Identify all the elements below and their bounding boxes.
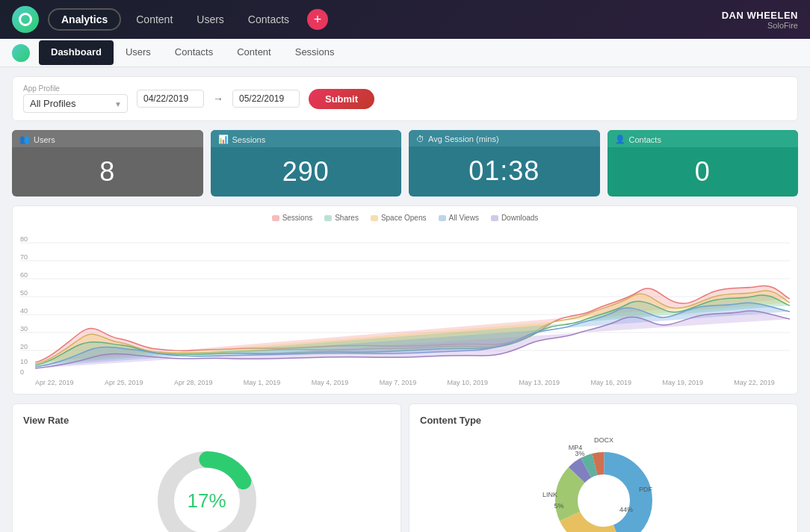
view-rate-panel: View Rate 17% — [12, 403, 401, 532]
sessions-label: 📊 Sessions — [211, 130, 402, 147]
nav-content[interactable]: Content — [127, 10, 182, 29]
donut-chart-wrapper: 17% — [23, 433, 390, 532]
x-axis-label: May 7, 2019 — [380, 379, 417, 386]
users-label: 👥 Users — [12, 130, 203, 147]
sub-nav-logo — [12, 44, 30, 62]
pie-chart-wrapper: PDF JPG PNG LINK MP4 DOCX 44% 24% 19% 5%… — [420, 433, 787, 532]
subnav-users[interactable]: Users — [114, 40, 163, 65]
svg-text:DOCX: DOCX — [593, 436, 613, 444]
arrow-icon: → — [213, 93, 223, 105]
app-logo — [12, 6, 39, 33]
svg-text:50: 50 — [20, 289, 28, 297]
sessions-icon: 📊 — [218, 134, 229, 144]
subnav-content[interactable]: Content — [225, 40, 283, 65]
x-axis-label: May 22, 2019 — [734, 379, 775, 386]
logo-circle — [19, 13, 32, 26]
x-axis-label: Apr 28, 2019 — [174, 379, 213, 386]
user-name: DAN WHEELEN — [722, 10, 798, 21]
clock-icon: ⏱ — [416, 134, 424, 143]
svg-text:44%: 44% — [619, 506, 632, 513]
main-content: App Profile All Profiles ▼ → Submit 👥 Us… — [0, 67, 810, 532]
x-axis-label: May 10, 2019 — [448, 379, 489, 386]
x-axis-label: May 13, 2019 — [519, 379, 560, 386]
svg-text:30: 30 — [20, 325, 28, 332]
svg-text:60: 60 — [20, 271, 28, 279]
contacts-label: 👤 Contacts — [608, 130, 799, 147]
donut-value: 17% — [187, 489, 226, 513]
x-axis-label: Apr 25, 2019 — [105, 379, 143, 386]
svg-point-24 — [583, 480, 625, 522]
nav-analytics-tab[interactable]: Analytics — [48, 8, 121, 31]
contacts-icon: 👤 — [615, 134, 625, 144]
legend-item-space opens: Space Opens — [371, 214, 427, 222]
users-icon: 👥 — [19, 134, 30, 144]
users-value: 8 — [12, 147, 203, 197]
x-axis-labels: Apr 22, 2019Apr 25, 2019Apr 28, 2019May … — [20, 377, 790, 386]
content-type-panel: Content Type — [409, 403, 798, 532]
avg-session-value: 01:38 — [409, 146, 600, 196]
sessions-value: 290 — [211, 147, 402, 197]
top-navigation: Analytics Content Users Contacts + DAN W… — [0, 0, 810, 39]
svg-text:3%: 3% — [575, 450, 584, 457]
svg-text:LINK: LINK — [542, 491, 557, 498]
avg-session-card: ⏱ Avg Session (mins) 01:38 — [409, 130, 600, 197]
app-profile-filter: App Profile All Profiles ▼ — [23, 84, 128, 113]
svg-text:10: 10 — [20, 358, 28, 365]
svg-text:70: 70 — [20, 253, 28, 261]
subnav-sessions[interactable]: Sessions — [283, 40, 347, 65]
nav-contacts[interactable]: Contacts — [239, 10, 298, 29]
date-to-input[interactable] — [232, 90, 300, 108]
contacts-card: 👤 Contacts 0 — [608, 130, 799, 197]
svg-text:PDF: PDF — [639, 486, 653, 493]
x-axis-label: May 4, 2019 — [312, 379, 349, 386]
app-profile-select[interactable]: All Profiles — [23, 94, 128, 113]
legend-item-all views: All Views — [439, 214, 479, 222]
chart-legend: SessionsSharesSpace OpensAll ViewsDownlo… — [20, 214, 790, 222]
svg-text:20: 20 — [20, 343, 28, 350]
app-profile-select-wrapper: All Profiles ▼ — [23, 94, 128, 113]
bottom-charts-row: View Rate 17% Content Typ — [12, 403, 798, 532]
x-axis-label: May 19, 2019 — [662, 379, 703, 386]
subnav-dashboard[interactable]: Dashboard — [39, 40, 114, 65]
filter-bar: App Profile All Profiles ▼ → Submit — [12, 76, 798, 121]
user-info: DAN WHEELEN SoloFire — [722, 10, 798, 30]
svg-text:40: 40 — [20, 307, 28, 315]
x-axis-label: May 16, 2019 — [590, 379, 631, 386]
legend-item-downloads: Downloads — [491, 214, 538, 222]
subnav-contacts[interactable]: Contacts — [163, 40, 225, 65]
donut-chart: 17% — [147, 441, 267, 532]
svg-text:80: 80 — [20, 235, 28, 243]
app-profile-label: App Profile — [23, 84, 128, 93]
add-button[interactable]: + — [307, 9, 328, 30]
svg-text:0: 0 — [20, 368, 24, 376]
main-chart: 80 70 60 50 40 30 20 10 0 — [20, 228, 790, 377]
x-axis-label: May 1, 2019 — [244, 379, 281, 386]
donut-svg — [147, 441, 267, 532]
content-type-title: Content Type — [420, 415, 787, 426]
main-chart-container: SessionsSharesSpace OpensAll ViewsDownlo… — [12, 205, 798, 395]
contacts-value: 0 — [608, 147, 799, 197]
view-rate-title: View Rate — [23, 415, 390, 426]
sessions-card: 📊 Sessions 290 — [211, 130, 402, 197]
sub-navigation: Dashboard Users Contacts Content Session… — [0, 39, 810, 67]
stats-row: 👥 Users 8 📊 Sessions 290 ⏱ Avg Session (… — [12, 130, 798, 197]
users-card: 👥 Users 8 — [12, 130, 203, 197]
submit-button[interactable]: Submit — [309, 89, 374, 109]
x-axis-label: Apr 22, 2019 — [35, 379, 74, 386]
svg-text:5%: 5% — [554, 502, 563, 510]
legend-item-sessions: Sessions — [272, 214, 313, 222]
nav-users[interactable]: Users — [188, 10, 233, 29]
date-from-input[interactable] — [137, 90, 204, 108]
user-company: SoloFire — [722, 21, 798, 30]
legend-item-shares: Shares — [324, 214, 359, 222]
avg-session-label: ⏱ Avg Session (mins) — [409, 130, 600, 146]
pie-svg: PDF JPG PNG LINK MP4 DOCX 44% 24% 19% 5%… — [529, 433, 678, 532]
